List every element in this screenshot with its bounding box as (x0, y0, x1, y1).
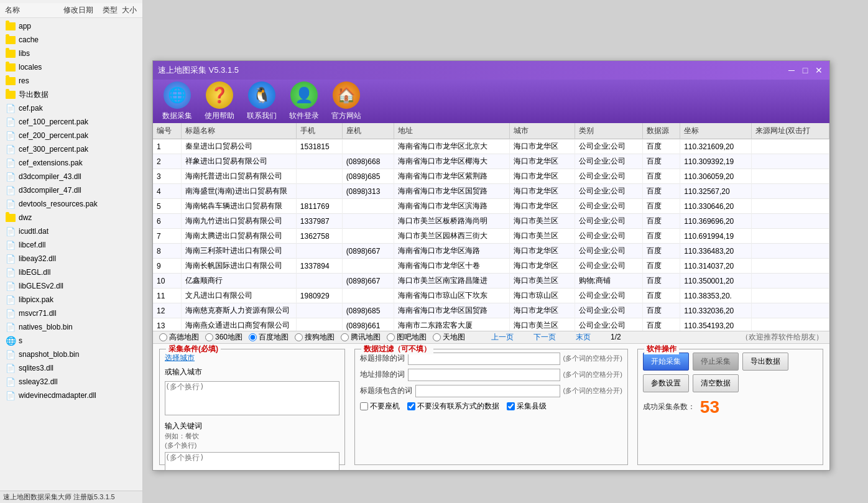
file-item[interactable]: 📄libcef.dll (0, 238, 142, 252)
file-explorer-header: 名称 修改日期 类型 大小 (0, 3, 142, 18)
table-row[interactable]: 7海南太腾进出口贸易有限公司1362758海口市美兰区园林西三街大海口市美兰区公… (153, 229, 829, 244)
table-row[interactable]: 6海南九竹进出口贸易有限公司1337987海口市美兰区板桥路海尚明海口市美兰区公… (153, 214, 829, 229)
prev-page-link[interactable]: 上一页 (491, 332, 514, 343)
window-title: 速上地图采集 V5.3.1.5 (158, 65, 786, 76)
ops-panel: 软件操作 开始采集 停止采集 导出数据 参数设置 清空数据 成功采集条数： 53 (637, 349, 823, 465)
toolbar-item-contact[interactable]: 🐧 联系我们 (247, 81, 277, 121)
toolbar-item-data[interactable]: 🌐 数据采集 (162, 81, 192, 121)
checkbox-no-seat[interactable]: 不要座机 (360, 401, 400, 412)
export-data-button[interactable]: 导出数据 (742, 353, 788, 371)
toolbar-item-login[interactable]: 👤 软件登录 (289, 81, 319, 121)
col-header-source: 数据源 (642, 123, 680, 139)
title-bar: 速上地图采集 V5.3.1.5 ─ □ ✕ (153, 61, 829, 80)
file-item[interactable]: 📄libpicx.pak (0, 293, 142, 307)
file-item[interactable]: 📄sqlites3.dll (0, 361, 142, 375)
addr-exclude-hint: (多个词的空格分开) (563, 370, 622, 379)
radio-360[interactable]: 360地图 (205, 332, 242, 343)
table-row[interactable]: 13海南燕众通进出口商贸有限公司(0898)661海南市二东路宏客大厦海口市美兰… (153, 318, 829, 331)
checkbox-row: 不要座机 不要没有联系方式的数据 采集县级 (360, 401, 622, 412)
stop-collect-button[interactable]: 停止采集 (693, 353, 739, 371)
table-body: 1秦皇进出口贸易公司1531815海南省海口市龙华区北京大海口市龙华区公司企业;… (153, 139, 829, 331)
next-page-link[interactable]: 下一页 (533, 332, 556, 343)
table-row[interactable]: 4南海盛世(海南)进出口贸易有限(0898)313海南省海口市龙华区国贸路海口市… (153, 184, 829, 199)
col-date: 修改日期 (63, 5, 103, 16)
file-item[interactable]: 📄libeay32.dll (0, 252, 142, 265)
file-item[interactable]: 📄natives_blob.bin (0, 320, 142, 334)
start-collect-button[interactable]: 开始采集 (643, 353, 689, 371)
table-row[interactable]: 2祥象进出口贸易有限公司(0898)668海南省海口市龙华区椰海大海口市龙华区公… (153, 154, 829, 169)
table-row[interactable]: 9海南长帆国际进出口有限公司1337894海南省海口市龙华区十卷海口市龙华区公司… (153, 259, 829, 274)
file-item[interactable]: locales (0, 60, 142, 74)
file-item[interactable]: 📄cef_300_percent.pak (0, 142, 142, 156)
toolbar-item-website[interactable]: 🏠 官方网站 (331, 81, 361, 121)
file-item[interactable]: 📄cef.pak (0, 101, 142, 115)
file-item[interactable]: 📄snapshot_blob.bin (0, 348, 142, 361)
file-item[interactable]: cache (0, 33, 142, 47)
toolbar-item-help[interactable]: ❓ 使用帮助 (205, 81, 234, 121)
toolbar-label-contact: 联系我们 (247, 111, 277, 121)
table-row[interactable]: 8海南三利茶叶进出口有限公司(0898)667海南省海口市龙华区海路海口市龙华区… (153, 244, 829, 259)
keyword-input[interactable] (165, 452, 339, 470)
toolbar: 🌐 数据采集 ❓ 使用帮助 🐧 联系我们 👤 软件登录 🏠 官方网站 (153, 80, 829, 123)
table-row[interactable]: 10亿鑫顺商行(0898)667海口市美兰区南宝路昌隆进海口市美兰区购物;商铺百… (153, 274, 829, 288)
file-item[interactable]: 📄cef_100_percent.pak (0, 115, 142, 129)
table-row[interactable]: 5海南铭犇车辆进出口贸易有限1811769海南省海口市龙华区滨海路海口市龙华区公… (153, 199, 829, 214)
col-header-mobile: 手机 (296, 123, 342, 139)
ops-buttons: 开始采集 停止采集 导出数据 参数设置 清空数据 (643, 353, 818, 392)
radio-tencent[interactable]: 腾讯地图 (341, 332, 381, 343)
minimize-button[interactable]: ─ (786, 65, 797, 76)
file-item[interactable]: 📄d3dcompiler_43.dll (0, 170, 142, 183)
clear-data-button[interactable]: 清空数据 (693, 374, 739, 392)
file-explorer: 名称 修改日期 类型 大小 appcachelibslocalesres导出数据… (0, 0, 143, 503)
file-item[interactable]: 导出数据 (0, 88, 142, 101)
checkbox-county[interactable]: 采集县级 (507, 401, 547, 412)
checkbox-no-contact[interactable]: 不要没有联系方式的数据 (407, 401, 499, 412)
file-item[interactable]: libs (0, 47, 142, 60)
title-exclude-input[interactable] (408, 353, 560, 365)
bottom-status: 速上地图数据采集大师 注册版5.3.1.5 (0, 491, 143, 503)
maximize-button[interactable]: □ (800, 65, 811, 76)
addr-exclude-input[interactable] (408, 369, 560, 381)
collect-panel: 采集条件(必填) 选择城市 或输入城市 输入关键词 例如：餐饮 (多个换行) (159, 349, 345, 465)
radio-ditu163[interactable]: 图吧地图 (387, 332, 427, 343)
params-button[interactable]: 参数设置 (643, 374, 689, 392)
help-icon: ❓ (206, 81, 233, 109)
table-row[interactable]: 12海南慈克赛斯人力资源有限公司(0898)685海南省海口市龙华区国贸路海口市… (153, 303, 829, 318)
file-item[interactable]: 📄d3dcompiler_47.dll (0, 183, 142, 197)
file-item[interactable]: 📄devtools_resources.pak (0, 197, 142, 211)
file-item[interactable]: res (0, 74, 142, 88)
file-item[interactable]: 📄msvcr71.dll (0, 307, 142, 320)
table-row[interactable]: 3海南托普进出口贸易有限公司(0898)685海南省海口市龙华区紫荆路海口市龙华… (153, 169, 829, 184)
file-item[interactable]: 📄libGLESv2.dll (0, 279, 142, 293)
close-button[interactable]: ✕ (813, 65, 824, 76)
ops-panel-title: 软件操作 (644, 344, 679, 354)
file-item[interactable]: dwz (0, 211, 142, 224)
data-table-wrapper[interactable]: 编号 标题名称 手机 座机 地址 城市 类别 数据源 坐标 来源网址(双击打 1… (153, 123, 829, 331)
col-header-coord: 坐标 (680, 123, 752, 139)
title-exclude-row: 标题排除的词 (多个词的空格分开) (360, 353, 622, 365)
title-include-input[interactable] (415, 385, 560, 397)
table-row[interactable]: 1秦皇进出口贸易公司1531815海南省海口市龙华区北京大海口市龙华区公司企业;… (153, 139, 829, 154)
table-row[interactable]: 11文凡进出口有限公司1980929海南省海口市琼山区下坎东海口市琼山区公司企业… (153, 288, 829, 303)
file-item[interactable]: 📄cef_extensions.pak (0, 156, 142, 170)
city-or-label: 或输入城市 (165, 367, 339, 377)
radio-tiantu[interactable]: 天地图 (433, 332, 465, 343)
file-item[interactable]: 📄cef_200_percent.pak (0, 129, 142, 142)
file-item[interactable]: 📄widevinecdmadapter.dll (0, 389, 142, 402)
table-header: 编号 标题名称 手机 座机 地址 城市 类别 数据源 坐标 来源网址(双击打 (153, 123, 829, 139)
col-header-city: 城市 (509, 123, 575, 139)
city-input[interactable] (165, 381, 339, 415)
content-area: 编号 标题名称 手机 座机 地址 城市 类别 数据源 坐标 来源网址(双击打 1… (153, 123, 829, 470)
last-page-link[interactable]: 末页 (576, 332, 591, 343)
col-header-category: 类别 (575, 123, 642, 139)
file-item[interactable]: 🌐s (0, 334, 142, 348)
file-item[interactable]: app (0, 19, 142, 33)
bottom-area: 采集条件(必填) 选择城市 或输入城市 输入关键词 例如：餐饮 (多个换行) 数… (153, 343, 829, 470)
file-item[interactable]: 📄ssleay32.dll (0, 375, 142, 389)
radio-gaode[interactable]: 高德地图 (159, 332, 199, 343)
file-item[interactable]: 📄libEGL.dll (0, 265, 142, 279)
file-item[interactable]: 📄icudtl.dat (0, 224, 142, 238)
radio-sogou[interactable]: 搜狗地图 (295, 332, 335, 343)
collect-panel-title: 采集条件(必填) (166, 344, 221, 354)
radio-baidu[interactable]: 百度地图 (249, 332, 289, 343)
